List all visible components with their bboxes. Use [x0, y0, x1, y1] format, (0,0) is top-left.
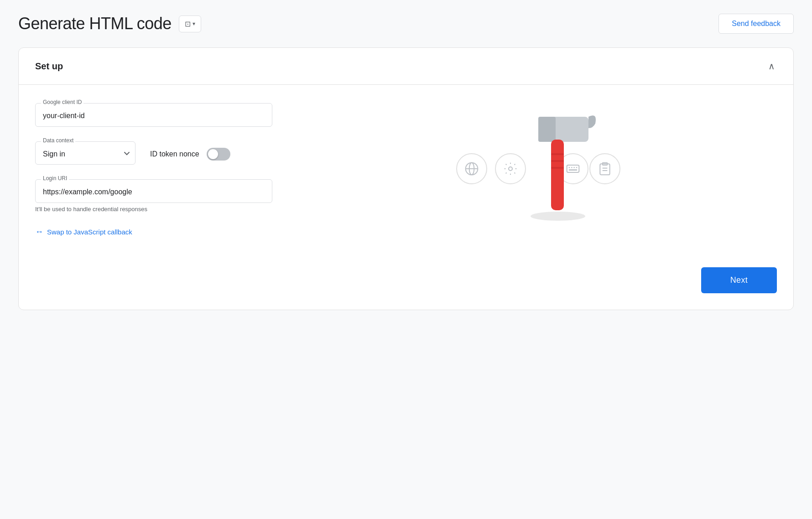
svg-rect-16 [551, 140, 564, 210]
google-client-id-field: Google client ID [35, 103, 272, 127]
globe-icon-circle [456, 153, 487, 184]
data-context-select[interactable]: Sign in Sign up Subscribe [36, 142, 135, 164]
card-header: Set up ∧ [19, 48, 793, 85]
form-section: Google client ID Data context Sign in Si… [35, 103, 272, 240]
main-card: Set up ∧ Google client ID Data context S… [18, 47, 794, 310]
google-client-id-label: Google client ID [41, 99, 83, 105]
svg-rect-17 [551, 153, 564, 155]
chevron-down-icon: ▾ [193, 21, 195, 27]
google-client-id-input[interactable] [36, 104, 272, 126]
id-token-nonce-label: ID token nonce [150, 150, 199, 158]
login-uri-field: Login URI [35, 179, 272, 203]
context-toggle-row: Data context Sign in Sign up Subscribe I… [35, 141, 272, 165]
page-title: Generate HTML code [18, 14, 172, 33]
swap-link-label: Swap to JavaScript callback [47, 228, 132, 236]
login-uri-label: Login URI [41, 175, 69, 182]
login-uri-helper: It'll be used to handle credential respo… [35, 206, 272, 213]
id-token-nonce-row: ID token nonce [150, 148, 230, 161]
toggle-slider [207, 148, 230, 161]
login-uri-input[interactable] [36, 180, 272, 202]
page-header: Generate HTML code ⊡ ▾ Send feedback [18, 14, 794, 34]
swap-icon: ↔ [35, 227, 43, 237]
bookmark-button[interactable]: ⊡ ▾ [179, 16, 201, 32]
collapse-button[interactable]: ∧ [766, 59, 777, 73]
illustration-section [291, 103, 777, 240]
send-feedback-button[interactable]: Send feedback [718, 14, 794, 34]
section-title: Set up [35, 61, 63, 72]
svg-rect-18 [551, 160, 564, 162]
data-context-field: Data context Sign in Sign up Subscribe [35, 141, 135, 165]
id-token-nonce-toggle[interactable] [207, 148, 230, 161]
next-button[interactable]: Next [701, 267, 777, 293]
hammer-illustration [511, 108, 602, 228]
svg-point-20 [531, 212, 585, 221]
login-uri-group: Login URI It'll be used to handle creden… [35, 179, 272, 213]
card-footer: Next [19, 258, 793, 310]
swap-to-js-callback-link[interactable]: ↔ Swap to JavaScript callback [35, 227, 272, 237]
card-body: Google client ID Data context Sign in Si… [19, 85, 793, 258]
header-left: Generate HTML code ⊡ ▾ [18, 14, 201, 33]
svg-rect-15 [538, 117, 556, 142]
bookmark-icon: ⊡ [185, 20, 191, 28]
svg-rect-19 [551, 167, 564, 169]
data-context-label: Data context [41, 137, 75, 144]
